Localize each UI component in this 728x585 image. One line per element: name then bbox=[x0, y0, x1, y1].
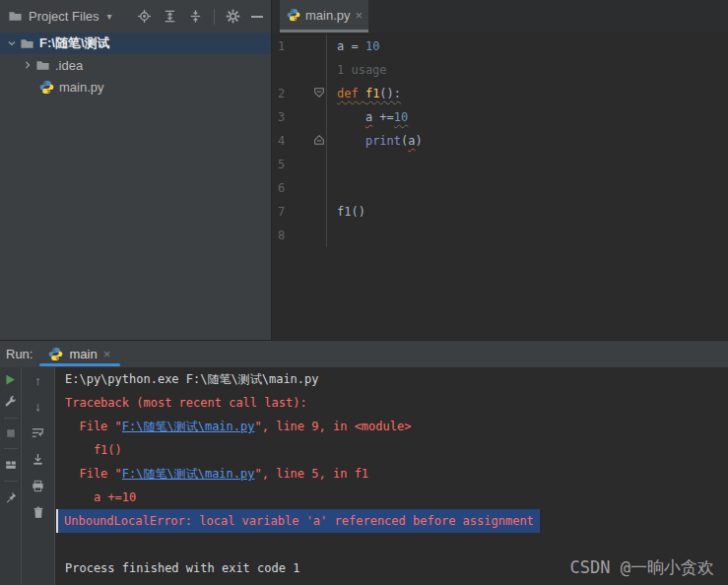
editor-line: 7 f1() bbox=[272, 200, 728, 224]
run-panel-title: Run: bbox=[0, 347, 42, 361]
tree-item-label: .idea bbox=[55, 58, 83, 73]
down-stack-trace-button[interactable]: ↓ bbox=[34, 400, 41, 414]
trash-icon[interactable] bbox=[32, 505, 45, 519]
editor-gutter[interactable]: 1 bbox=[272, 34, 327, 58]
run-tab-label: main bbox=[69, 347, 97, 361]
stop-button[interactable] bbox=[5, 427, 17, 439]
line-number: 1 bbox=[278, 39, 285, 53]
tree-row-mainpy[interactable]: main.py bbox=[0, 76, 271, 98]
restore-layout-button[interactable] bbox=[4, 458, 18, 472]
console-blank-line bbox=[65, 533, 728, 556]
line-number: 5 bbox=[278, 158, 285, 171]
usage-hint[interactable]: 1 usage bbox=[327, 58, 387, 82]
code-line[interactable]: def f1(): bbox=[327, 82, 401, 105]
editor-inlay-row: 1 usage bbox=[272, 58, 728, 82]
fold-collapse-icon[interactable] bbox=[313, 87, 325, 98]
minus-icon bbox=[251, 16, 263, 18]
code-line[interactable]: a = 10 bbox=[327, 34, 379, 58]
editor-gutter[interactable]: 2 bbox=[272, 82, 327, 105]
line-number: 8 bbox=[278, 228, 285, 242]
console-file-line: File "F:\随笔\测试\main.py", line 5, in f1 bbox=[65, 462, 728, 486]
toolbar-separator bbox=[214, 9, 215, 25]
editor-line: 1 a = 10 bbox=[272, 34, 728, 58]
editor-line: 6 bbox=[272, 176, 728, 200]
tab-label: main.py bbox=[305, 8, 351, 23]
close-icon[interactable]: × bbox=[103, 347, 111, 361]
editor-pane: main.py × 1 a = 10 1 usage 2 bbox=[271, 0, 728, 340]
error-message: UnboundLocalError: local variable 'a' re… bbox=[64, 514, 534, 528]
chevron-right-icon[interactable] bbox=[20, 59, 35, 71]
project-tree: F:\随笔\测试 .idea main.py bbox=[0, 32, 271, 98]
editor-line: 5 bbox=[272, 153, 728, 176]
line-number: 4 bbox=[278, 134, 285, 148]
tab-mainpy[interactable]: main.py × bbox=[280, 0, 368, 30]
editor-gutter[interactable]: 8 bbox=[272, 224, 327, 247]
select-opened-file-button[interactable] bbox=[137, 9, 152, 24]
tree-item-label: F:\随笔\测试 bbox=[39, 34, 110, 52]
console-code-line: a +=10 bbox=[65, 486, 728, 509]
file-link[interactable]: F:\随笔\测试\main.py bbox=[122, 467, 255, 481]
active-tab-underline bbox=[39, 363, 120, 366]
console-traceback-header: Traceback (most recent call last): bbox=[65, 391, 728, 415]
folder-icon bbox=[35, 58, 50, 73]
expand-all-button[interactable] bbox=[163, 9, 177, 24]
run-tool-window: Run: main × bbox=[0, 340, 728, 585]
collapse-all-button[interactable] bbox=[188, 9, 203, 24]
soft-wrap-button[interactable] bbox=[31, 425, 45, 440]
folder-icon bbox=[20, 36, 34, 51]
run-toolbar-left bbox=[0, 367, 22, 585]
pycharm-window: Project Files ▾ bbox=[0, 0, 728, 585]
print-button[interactable] bbox=[31, 479, 45, 493]
line-number: 2 bbox=[278, 87, 285, 100]
project-toolbar: Project Files ▾ bbox=[0, 0, 271, 32]
line-number: 6 bbox=[278, 181, 285, 195]
project-panel: Project Files ▾ bbox=[0, 0, 271, 340]
line-number: 7 bbox=[278, 205, 285, 219]
python-file-icon bbox=[39, 80, 54, 95]
rerun-button[interactable] bbox=[4, 373, 17, 386]
tree-row-project-root[interactable]: F:\随笔\测试 bbox=[0, 32, 271, 54]
pin-icon[interactable] bbox=[4, 490, 18, 504]
code-line[interactable] bbox=[327, 176, 337, 200]
scroll-to-end-button[interactable] bbox=[31, 452, 45, 467]
code-line[interactable]: f1() bbox=[327, 200, 365, 224]
console-command-line: E:\py\python.exe F:\随笔\测试\main.py bbox=[65, 367, 728, 391]
editor-gutter[interactable]: 7 bbox=[272, 200, 327, 224]
editor-line: 3 a +=10 bbox=[272, 105, 728, 129]
editor-line: 8 bbox=[272, 224, 728, 247]
code-line[interactable] bbox=[327, 153, 337, 176]
code-line[interactable]: print(a) bbox=[327, 129, 423, 153]
close-icon[interactable]: × bbox=[356, 8, 364, 23]
wrench-icon[interactable] bbox=[4, 395, 18, 409]
tree-item-label: main.py bbox=[59, 80, 104, 95]
up-stack-trace-button[interactable]: ↑ bbox=[34, 374, 41, 388]
toolbar-separator bbox=[4, 481, 18, 482]
fold-end-icon[interactable] bbox=[313, 134, 325, 146]
console-error-line: UnboundLocalError: local variable 'a' re… bbox=[65, 509, 728, 533]
code-line[interactable]: a +=10 bbox=[327, 105, 408, 129]
editor-gutter[interactable]: 3 bbox=[272, 105, 327, 129]
editor-line: 4 print(a) bbox=[272, 129, 728, 153]
editor-gutter[interactable]: 4 bbox=[272, 129, 327, 153]
gear-icon[interactable] bbox=[226, 9, 240, 24]
editor-gutter[interactable]: 6 bbox=[272, 176, 327, 200]
folder-icon bbox=[8, 9, 23, 24]
code-line[interactable] bbox=[327, 224, 337, 247]
csdn-watermark: CSDN @一晌小贪欢 bbox=[570, 555, 714, 579]
toolbar-separator bbox=[4, 448, 18, 449]
python-file-icon bbox=[287, 8, 300, 22]
editor-gutter[interactable]: 5 bbox=[272, 153, 327, 176]
hide-panel-button[interactable] bbox=[251, 16, 263, 18]
editor-line: 2 def f1(): bbox=[272, 82, 728, 105]
project-view-selector[interactable]: Project Files bbox=[29, 9, 99, 24]
editor-gutter[interactable] bbox=[272, 58, 327, 82]
file-link[interactable]: F:\随笔\测试\main.py bbox=[122, 420, 255, 433]
chevron-down-icon[interactable] bbox=[4, 37, 20, 49]
run-console[interactable]: E:\py\python.exe F:\随笔\测试\main.py Traceb… bbox=[55, 367, 728, 585]
console-toolbar: ↑ ↓ bbox=[22, 367, 55, 585]
code-editor[interactable]: 1 a = 10 1 usage 2 def f1(): bbox=[272, 32, 728, 340]
tree-row-idea[interactable]: .idea bbox=[0, 54, 271, 76]
run-header: Run: main × bbox=[0, 341, 728, 367]
editor-tab-bar: main.py × bbox=[272, 0, 728, 32]
chevron-down-icon[interactable]: ▾ bbox=[107, 11, 112, 22]
